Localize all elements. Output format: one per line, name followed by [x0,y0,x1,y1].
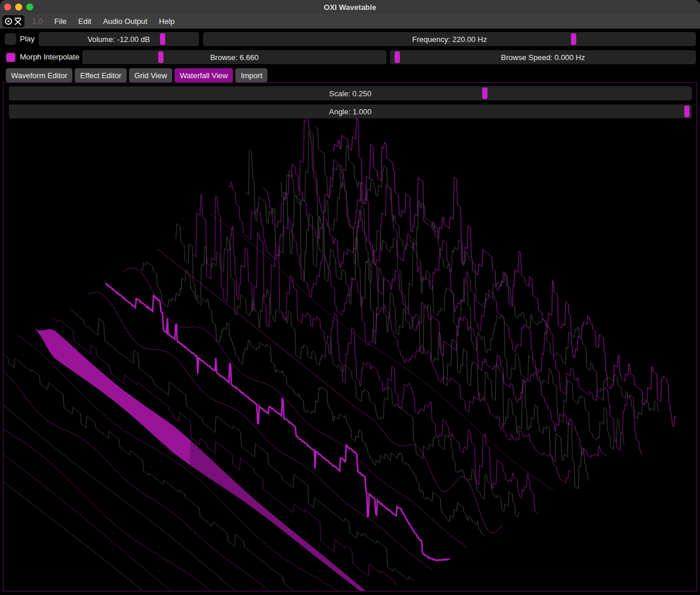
menu-edit[interactable]: Edit [78,17,91,26]
volume-slider[interactable]: Volume: -12.00 dB [39,32,199,46]
morph-interpolate-checkbox[interactable] [5,51,16,63]
traffic-lights [4,4,33,10]
play-label: Play [20,32,34,46]
frequency-slider-label: Frequency: 220.00 Hz [203,32,696,46]
frequency-slider-thumb[interactable] [571,33,576,45]
scale-slider[interactable]: Scale: 0.250 [9,86,692,100]
tab-import[interactable]: Import [235,68,267,82]
window-title: OXI Wavetable [324,3,377,12]
angle-slider-label: Angle: 1.000 [9,104,692,118]
close-button[interactable] [4,4,11,10]
tab-waterfall-view[interactable]: Waterfall View [175,68,233,82]
browse-speed-slider-thumb[interactable] [395,51,400,63]
volume-slider-thumb[interactable] [160,33,165,45]
tab-grid-view[interactable]: Grid View [129,68,172,82]
toolbar-row-2: Morph Interpolate Browse: 6.660 Browse S… [0,50,700,64]
morph-interpolate-label: Morph Interpolate [20,50,79,64]
oxi-logo-icon [2,15,25,27]
browse-speed-slider[interactable]: Browse Speed: 0.000 Hz [390,50,696,64]
scale-slider-thumb[interactable] [482,88,487,99]
version-label: 1.0 [32,17,43,26]
menubar: 1.0 File Edit Audio Output Help [0,14,700,29]
minimize-button[interactable] [15,4,22,10]
play-checkbox[interactable] [5,33,16,45]
menu-help[interactable]: Help [159,17,175,26]
scale-slider-label: Scale: 0.250 [9,86,692,100]
tab-effect-editor[interactable]: Effect Editor [75,68,127,82]
tab-waveform-editor[interactable]: Waveform Editor [6,68,72,82]
zoom-button[interactable] [26,4,33,10]
browse-speed-slider-label: Browse Speed: 0.000 Hz [390,50,696,64]
menu-file[interactable]: File [54,17,67,26]
browse-slider-thumb[interactable] [158,51,163,63]
waterfall-panel: Scale: 0.250 Angle: 1.000 [3,82,697,592]
waterfall-canvas[interactable] [4,83,696,591]
titlebar: OXI Wavetable [0,0,700,14]
volume-slider-label: Volume: -12.00 dB [39,32,199,46]
angle-slider[interactable]: Angle: 1.000 [9,104,692,118]
menu-audio-output[interactable]: Audio Output [103,17,147,26]
toolbar-row-1: Play Volume: -12.00 dB Frequency: 220.00… [0,32,700,46]
checkbox-fill [6,53,15,62]
browse-slider[interactable]: Browse: 6.660 [82,50,386,64]
browse-slider-label: Browse: 6.660 [82,50,386,64]
frequency-slider[interactable]: Frequency: 220.00 Hz [203,32,696,46]
app-window: { "window": { "title": "OXI Wavetable" }… [0,0,700,595]
angle-slider-thumb[interactable] [684,106,689,117]
tabbar: Waveform Editor Effect Editor Grid View … [6,68,267,82]
